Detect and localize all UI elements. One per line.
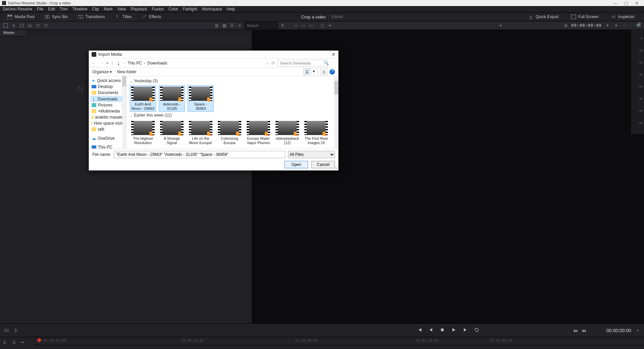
timeline-lower-ruler[interactable]: ◆ [•] ● ▭ [34,345,644,349]
file-item[interactable]: The First Real Images Of [303,120,329,147]
menu-timeline[interactable]: Timeline [72,7,87,11]
nav-up-icon[interactable]: ↑ [111,60,113,66]
view-list-icon[interactable]: ≡ [237,23,243,29]
inspector-button[interactable]: Inspector [607,13,638,20]
window-maximize-icon[interactable]: ▢ [624,1,628,6]
sidebar-item-anakliis-masaleb[interactable]: anakliis masaleb [90,114,126,120]
view-mode-button[interactable]: ☰ [303,69,311,75]
menu-help[interactable]: Help [227,7,235,11]
import-media-icon[interactable] [19,23,25,29]
media-pool-button[interactable]: Media Pool [3,13,38,20]
view-strip-icon[interactable]: ☰ [229,23,235,29]
filename-input[interactable] [114,151,285,158]
viewer-mode2-icon[interactable]: ▭ [300,23,306,29]
menu-davinci-resolve[interactable]: DaVinci Resolve [3,7,32,11]
file-item[interactable]: A Strange Signal Detected From [159,120,185,147]
file-filter-select[interactable]: All Files [288,151,335,158]
menu-trim[interactable]: Trim [60,7,68,11]
import-folder-icon[interactable] [27,23,33,29]
preview-pane-icon[interactable]: ▥ [320,69,328,75]
dialog-title-bar[interactable]: Import Media ✕ [89,51,338,58]
bin-list-icon[interactable] [3,23,9,29]
options-icon[interactable]: ⋯ [622,23,628,29]
chevron-down-icon[interactable]: ▾ [613,23,619,29]
window-close-icon[interactable]: ✕ [635,1,639,6]
file-item[interactable]: Asteroids - 31105 [159,85,185,112]
sidebar-item-tafli[interactable]: tafli [90,126,126,132]
view-thumb-icon[interactable]: ▦ [221,23,227,29]
sidebar-item--multimedia[interactable]: +Multimedia [90,108,126,114]
sidebar-item-pictures[interactable]: Pictures📌 [90,102,126,108]
file-item[interactable]: The Highest Resolution [130,120,156,147]
sync-icon[interactable] [35,23,41,29]
jump-end-icon[interactable]: ⏭ [574,328,578,333]
sync-bin-button[interactable]: Sync Bin [41,13,71,20]
menu-mark[interactable]: Mark [104,7,113,11]
cancel-button[interactable]: Cancel [311,161,335,168]
full-screen-button[interactable]: Full Screen [567,13,602,20]
prev-frame-icon[interactable] [428,327,434,334]
media-search-input[interactable] [244,22,278,29]
file-group-header[interactable]: ⌄Earlier this week (12) [130,112,336,120]
organize-button[interactable]: Organize ▾ [92,70,112,74]
viewer-mode1-icon[interactable]: ▭ [292,23,298,29]
jump-start-icon[interactable]: ⏮ [582,328,586,333]
chevron-down-icon[interactable]: ▾ [498,23,504,29]
ruler-playhead-icon[interactable] [37,338,42,343]
dialog-file-list[interactable]: ⌄Yesterday (3)Earth And Moon - 25663Aste… [127,76,338,148]
sidebar-item-how-space-rocke[interactable]: How space rocke [90,120,126,126]
quick-export-button[interactable]: Quick Export [525,13,562,20]
file-item[interactable]: Earth And Moon - 25663 [130,85,156,112]
file-list-scrollbar[interactable] [334,76,338,148]
loop-icon[interactable] [474,327,479,334]
menu-workspace[interactable]: Workspace [202,7,222,11]
refresh-icon[interactable]: ⟳ [271,61,275,66]
menu-clip[interactable]: Clip [92,7,99,11]
file-item[interactable]: videoplayback (12) [274,120,300,147]
nav-recent-icon[interactable]: ▾ [106,61,108,66]
dialog-sidebar[interactable]: Quick accessDesktop📌Documents📌⭣Downloads… [89,76,127,148]
chevron-down-icon[interactable]: ▾ [327,23,333,29]
crumb-this-pc[interactable]: This PC [128,61,142,66]
view-metadata-icon[interactable]: ▥ [213,23,219,29]
open-button[interactable]: Open [285,161,308,168]
next-frame-icon[interactable] [462,327,468,334]
menu-view[interactable]: View [117,7,126,11]
split-clip-icon[interactable] [13,328,19,334]
safe-area-icon[interactable]: ⊞ [563,23,569,29]
sidebar-item-desktop[interactable]: Desktop📌 [90,84,126,90]
play-icon[interactable] [451,327,456,334]
boring-detector-icon[interactable] [3,328,9,334]
sidebar-item-downloads[interactable]: ⭣Downloads📌 [90,96,126,102]
menu-color[interactable]: Color [168,7,178,11]
ripple-icon[interactable] [19,339,26,345]
sidebar-item-quick-access[interactable]: Quick access [90,78,126,84]
new-folder-button[interactable]: New folder [117,70,136,74]
jump-first-icon[interactable] [417,327,422,334]
smart-insert-icon[interactable] [2,339,8,345]
chevron-down-icon[interactable]: ▾ [11,23,17,29]
transport-menu-icon[interactable]: ≡ [635,328,641,334]
timeline-ruler[interactable]: 01:00:00:0001:00:30:0001:01:00:0001:01:3… [34,337,644,349]
stop-icon[interactable] [440,327,445,334]
address-dropdown-icon[interactable]: ⌄ [266,61,269,65]
dialog-resize-grip[interactable] [334,166,338,170]
viewer-mode3-icon[interactable]: ▭ [308,23,314,29]
transitions-button[interactable]: Transitions [74,13,108,20]
breadcrumb[interactable]: This PC › Downloads [128,61,167,66]
help-icon[interactable]: ? [330,69,335,75]
link-icon[interactable] [43,23,49,29]
viewer-single-icon[interactable]: ▢ [319,23,325,29]
menu-playback[interactable]: Playback [131,7,147,11]
volume-icon[interactable]: 🔊 [637,22,641,26]
sidebar-item-this-pc[interactable]: This PC [90,144,126,148]
menu-fusion[interactable]: Fusion [152,7,164,11]
append-icon[interactable] [11,339,17,345]
nav-forward-icon[interactable]: → [99,60,104,66]
crumb-downloads[interactable]: Downloads [147,61,167,66]
sidebar-item-onedrive[interactable]: OneDrive [90,135,126,141]
titles-button[interactable]: T Titles [111,13,136,20]
dialog-search-input[interactable] [278,60,328,67]
search-icon[interactable]: 🔍 [324,61,329,66]
bin-tab-master[interactable]: Master [0,30,27,37]
